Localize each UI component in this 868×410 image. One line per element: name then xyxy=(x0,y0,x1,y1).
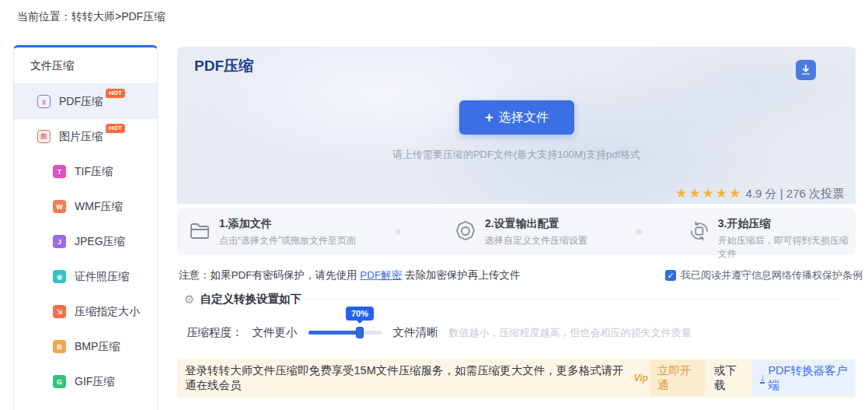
sidebar-item-label: WMF压缩 xyxy=(75,200,122,214)
image-compress-icon: 图 xyxy=(37,130,51,143)
step-title: 3.开始压缩 xyxy=(718,217,856,231)
vip-icon: Vip xyxy=(634,373,648,384)
promo-bar: 登录转转大师文件压缩即免费享受15M文件压缩服务，如需压缩更大文件，更多格式请开… xyxy=(177,359,856,398)
slider-min-label: 文件更小 xyxy=(253,325,298,340)
bmp-icon: B xyxy=(53,340,66,353)
download-client-button[interactable]: ↓ PDF转换器客户端 xyxy=(752,360,856,396)
sidebar-item-label: JPEG压缩 xyxy=(75,235,125,249)
sidebar-item-wmf-compress[interactable]: W WMF压缩 xyxy=(14,189,157,224)
download-icon xyxy=(800,65,811,75)
sidebar: 文件压缩 )( PDF压缩 HOT 图 图片压缩 HOT T TIF压缩 W W… xyxy=(13,45,158,410)
steps-bar: 1.添加文件 点击“选择文件”或拖放文件至页面 » 2.设置输出配置 选择自定义… xyxy=(177,209,856,255)
select-file-label: 选择文件 xyxy=(499,110,549,126)
sidebar-item-jpeg-compress[interactable]: J JPEG压缩 xyxy=(14,224,157,259)
settings-header: ⚙ 自定义转换设置如下 xyxy=(184,292,302,307)
slider-max-label: 文件清晰 xyxy=(393,325,438,340)
select-file-button[interactable]: + 选择文件 xyxy=(459,100,574,135)
step-title: 1.添加文件 xyxy=(219,217,356,231)
sidebar-item-label: BMP压缩 xyxy=(75,340,120,354)
sidebar-item-gif-compress[interactable]: G GIF压缩 xyxy=(14,364,157,399)
agreement-label: 我已阅读并遵守信息网络传播权保护条例 xyxy=(681,268,863,282)
sidebar-item-label: 压缩指定大小 xyxy=(75,305,140,319)
sidebar-item-image-compress[interactable]: 图 图片压缩 HOT xyxy=(14,119,157,154)
sidebar-item-label: 证件照压缩 xyxy=(75,270,129,284)
tif-icon: T xyxy=(53,165,66,178)
step-desc: 选择自定义文件压缩设置 xyxy=(485,234,587,247)
breadcrumb: 当前位置：转转大师>PDF压缩 xyxy=(17,10,165,24)
gear-icon: ⚙ xyxy=(184,293,194,307)
password-note: 注意：如果PDF有密码保护，请先使用 PDF解密 去除加密保护再上传文件 xyxy=(179,268,521,282)
divider xyxy=(305,299,841,300)
sidebar-item-compress-to-size[interactable]: ⇲ 压缩指定大小 xyxy=(14,294,157,329)
slider-fill xyxy=(309,331,361,335)
resize-icon: ⇲ xyxy=(53,305,66,318)
hot-badge: HOT xyxy=(106,89,125,98)
step-desc: 开始压缩后，即可得到无损压缩文件 xyxy=(718,234,856,261)
sidebar-item-pdf-compress[interactable]: )( PDF压缩 HOT xyxy=(14,84,157,119)
upload-hint: 请上传需要压缩的PDF文件(最大支持100M)支持pdf格式 xyxy=(177,148,856,162)
step-add-file: 1.添加文件 点击“选择文件”或拖放文件至页面 xyxy=(188,217,356,247)
wmf-icon: W xyxy=(53,200,66,213)
sidebar-item-label: PDF压缩 xyxy=(59,95,103,109)
agreement-row[interactable]: ✓ 我已阅读并遵守信息网络传播权保护条例 xyxy=(665,268,863,282)
settings-icon xyxy=(454,219,477,243)
slider-label: 压缩程度： xyxy=(186,325,243,340)
slider-track[interactable]: 70% xyxy=(309,331,382,335)
sidebar-item-label: 图片压缩 xyxy=(59,130,103,144)
step-desc: 点击“选择文件”或拖放文件至页面 xyxy=(219,234,356,247)
compress-cycle-icon xyxy=(688,219,710,243)
page-title: PDF压缩 xyxy=(194,56,253,76)
sidebar-item-bmp-compress[interactable]: B BMP压缩 xyxy=(14,329,157,364)
slider-thumb[interactable] xyxy=(356,327,364,338)
jpeg-icon: J xyxy=(53,235,66,248)
open-vip-button[interactable]: 立即开通 xyxy=(650,360,705,396)
folder-icon xyxy=(188,219,211,243)
client-button-label: PDF转换器客户端 xyxy=(768,363,848,393)
sidebar-item-tif-compress[interactable]: T TIF压缩 xyxy=(14,154,157,189)
hot-badge: HOT xyxy=(106,124,125,133)
step-start-compress: 3.开始压缩 开始压缩后，即可得到无损压缩文件 xyxy=(688,217,856,261)
pdf-compress-icon: )( xyxy=(37,95,51,108)
settings-title: 自定义转换设置如下 xyxy=(200,292,302,307)
sidebar-item-label: TIF压缩 xyxy=(75,165,113,179)
pdf-decrypt-link[interactable]: PDF解密 xyxy=(360,269,402,281)
slider-value-tooltip: 70% xyxy=(346,307,374,321)
slider-hint: 数值越小，压缩程度越高，但也会相应的损失文件质量 xyxy=(449,326,692,340)
gif-icon: G xyxy=(53,375,66,388)
promo-middle-text: 或下载 xyxy=(714,363,744,393)
star-rating-icons[interactable]: ★★★★★ xyxy=(675,186,742,201)
download-icon: ↓ xyxy=(760,373,765,384)
rating-score: 4.9 分 | 276 次投票 xyxy=(746,187,844,200)
sidebar-item-idphoto-compress[interactable]: ◉ 证件照压缩 xyxy=(14,259,157,294)
rating: ★★★★★ 4.9 分 | 276 次投票 xyxy=(177,185,844,201)
chevron-right-icon: » xyxy=(636,224,643,237)
plus-icon: + xyxy=(485,110,493,124)
promo-text: 登录转转大师文件压缩即免费享受15M文件压缩服务，如需压缩更大文件，更多格式请开… xyxy=(185,363,628,393)
step-set-output: 2.设置输出配置 选择自定义文件压缩设置 xyxy=(454,217,587,247)
step-title: 2.设置输出配置 xyxy=(485,217,587,231)
chevron-right-icon: » xyxy=(395,224,402,237)
sidebar-item-png-compress[interactable]: P PNG压缩 xyxy=(14,399,157,410)
note-text: 注意：如果PDF有密码保护，请先使用 xyxy=(179,269,360,281)
agreement-checkbox[interactable]: ✓ xyxy=(665,270,676,281)
sidebar-title: 文件压缩 xyxy=(14,47,157,84)
id-photo-icon: ◉ xyxy=(53,270,66,283)
note-text: 去除加密保护再上传文件 xyxy=(402,269,520,281)
download-tool-button[interactable] xyxy=(796,60,816,80)
compression-slider-row: 压缩程度： 文件更小 70% 文件清晰 数值越小，压缩程度越高，但也会相应的损失… xyxy=(186,325,692,340)
sidebar-item-label: GIF压缩 xyxy=(75,375,114,389)
